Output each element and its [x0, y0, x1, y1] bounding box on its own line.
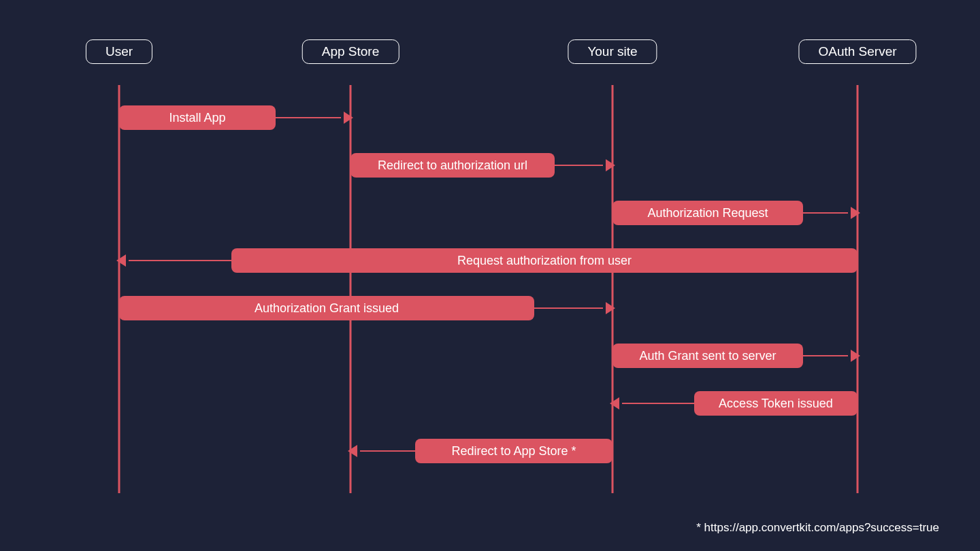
arrow-shaft — [534, 307, 603, 309]
arrow-left-icon — [610, 397, 619, 410]
message-label: Access Token issued — [694, 391, 858, 416]
arrow-shaft — [803, 212, 848, 214]
arrow-shaft — [622, 403, 694, 404]
message-auth_req: Authorization Request — [612, 201, 858, 225]
participant-label: OAuth Server — [818, 44, 896, 59]
arrow-shaft — [129, 260, 231, 261]
message-label: Install App — [119, 105, 276, 130]
participant-label: App Store — [322, 44, 380, 59]
participant-user: User — [86, 39, 152, 64]
participant-site: Your site — [568, 39, 657, 64]
message-label: Redirect to App Store * — [415, 439, 612, 463]
arrow-right-icon — [606, 159, 615, 171]
message-label: Redirect to authorization url — [350, 153, 555, 178]
participant-label: User — [105, 44, 133, 59]
arrow-right-icon — [851, 350, 860, 362]
message-install: Install App — [119, 105, 350, 130]
footnote: * https://app.convertkit.com/apps?succes… — [696, 521, 939, 535]
participant-label: Your site — [587, 44, 637, 59]
message-redirect_back: Redirect to App Store * — [350, 439, 612, 463]
lifeline-store — [350, 85, 352, 493]
lifeline-site — [612, 85, 614, 493]
message-label: Authorization Request — [612, 201, 803, 225]
message-label: Auth Grant sent to server — [612, 344, 803, 368]
message-grant: Authorization Grant issued — [119, 296, 612, 320]
sequence-diagram: * https://app.convertkit.com/apps?succes… — [0, 0, 980, 551]
message-redirect_auth: Redirect to authorization url — [350, 153, 612, 178]
arrow-right-icon — [606, 302, 615, 314]
arrow-shaft — [360, 450, 415, 452]
lifeline-oauth — [857, 85, 859, 493]
lifeline-user — [118, 85, 120, 493]
message-grant_sent: Auth Grant sent to server — [612, 344, 858, 368]
arrow-shaft — [276, 117, 341, 118]
message-token: Access Token issued — [612, 391, 858, 416]
message-label: Request authorization from user — [231, 248, 858, 273]
arrow-left-icon — [348, 445, 357, 457]
arrow-shaft — [803, 355, 848, 356]
message-req_user: Request authorization from user — [119, 248, 858, 273]
participant-oauth: OAuth Server — [798, 39, 916, 64]
arrow-shaft — [555, 165, 603, 166]
arrow-left-icon — [116, 254, 126, 267]
message-label: Authorization Grant issued — [119, 296, 534, 320]
participant-store: App Store — [302, 39, 399, 64]
arrow-right-icon — [851, 207, 860, 219]
arrow-right-icon — [344, 112, 353, 124]
